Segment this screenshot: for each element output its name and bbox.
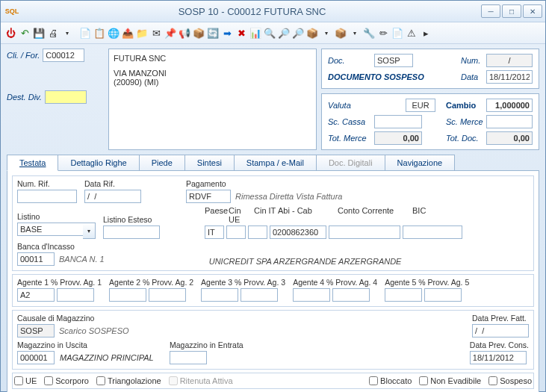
print-icon[interactable]: 🖨 — [46, 26, 60, 40]
globe-icon[interactable]: 🌐 — [107, 26, 120, 40]
package2-icon[interactable]: 📦 — [334, 26, 347, 40]
abicab-field[interactable] — [270, 225, 326, 239]
tab-sintesi[interactable]: Sintesi — [184, 155, 235, 170]
listino-dropdown-icon[interactable]: ▾ — [83, 223, 96, 239]
chart-icon[interactable]: 📊 — [249, 26, 262, 40]
num-rif-field[interactable] — [17, 190, 77, 203]
bic-field[interactable] — [403, 225, 462, 239]
pagamento-field[interactable] — [186, 190, 231, 203]
doc-icon[interactable]: 📄 — [78, 26, 92, 40]
chk-scorporo[interactable]: Scorporo — [44, 376, 89, 385]
refresh-icon[interactable]: 🔄 — [206, 26, 220, 40]
dest-div-label: Dest. Div. — [7, 93, 42, 102]
ag3-pct-field[interactable] — [241, 288, 278, 302]
chk-ue[interactable]: UE — [14, 376, 37, 385]
ag2-field[interactable] — [109, 288, 146, 302]
tab-docdigitali: Doc. Digitali — [316, 155, 385, 170]
minimize-button[interactable]: ─ — [481, 4, 500, 18]
data-prev-cons-label: Data Prev. Cons. — [470, 340, 529, 349]
close-button[interactable]: ✕ — [523, 4, 542, 18]
mag-ent-label: Magazzino in Entrata — [170, 340, 243, 349]
undo-icon[interactable]: ↶ — [18, 26, 31, 40]
package2-dropdown-icon[interactable]: ▾ — [348, 26, 362, 40]
cinue-field[interactable] — [226, 225, 246, 239]
data-prev-fatt-field[interactable] — [472, 324, 529, 337]
valuta-field[interactable] — [406, 99, 435, 112]
delete-icon[interactable]: ✖ — [235, 26, 248, 40]
dest-div-field[interactable] — [45, 90, 87, 104]
ag4-field[interactable] — [293, 288, 330, 302]
tab-content: Num. Rif. Data Rif. Pagamento Rimessa Di… — [7, 171, 539, 392]
data-rif-field[interactable] — [84, 190, 141, 203]
tab-dettaglio[interactable]: Dettaglio Righe — [58, 155, 139, 170]
zoom-out-icon[interactable]: 🔎 — [291, 26, 305, 40]
copy-icon[interactable]: 📋 — [93, 26, 106, 40]
chk-non-evadibile[interactable]: Non Evadibile — [419, 376, 481, 385]
ag2-pct-field[interactable] — [149, 288, 186, 302]
next-icon[interactable]: ▸ — [419, 26, 432, 40]
ag4-pct-field[interactable] — [332, 288, 370, 302]
caus-mag-label: Causale di Magazzino — [17, 314, 129, 323]
tab-testata[interactable]: Testata — [7, 155, 58, 171]
box-icon[interactable]: 📦 — [192, 26, 205, 40]
cinue-label: Cin UE — [229, 206, 254, 224]
package-icon[interactable]: 📦 — [305, 26, 319, 40]
mag-ent-field[interactable] — [170, 351, 207, 364]
tab-navigazione[interactable]: Navigazione — [385, 155, 456, 170]
tot-merce-label: Tot. Merce — [328, 134, 371, 143]
cli-for-field[interactable] — [43, 49, 84, 62]
package-dropdown-icon[interactable]: ▾ — [320, 26, 333, 40]
folder-icon[interactable]: 📁 — [135, 26, 149, 40]
mail-icon[interactable]: ✉ — [149, 26, 163, 40]
data-rif-label: Data Rif. — [84, 179, 141, 188]
bank-detail-text: UNICREDIT SPA ARZERGRANDE ARZERGRANDE — [209, 257, 402, 266]
ag5-pct-field[interactable] — [424, 288, 462, 302]
ag3-field[interactable] — [201, 288, 238, 302]
listino-esteso-label: Listino Esteso — [103, 215, 160, 224]
banca-inc-label: Banca d'Incasso — [17, 242, 105, 251]
print-dropdown-icon[interactable]: ▾ — [61, 26, 74, 40]
zoom-in-icon[interactable]: 🔎 — [277, 26, 291, 40]
sc-merce-field[interactable] — [486, 115, 533, 128]
wrench-icon[interactable]: 🔧 — [362, 26, 376, 40]
data-field[interactable] — [486, 70, 533, 84]
warning-icon[interactable]: ⚠ — [405, 26, 418, 40]
export-icon[interactable]: 📤 — [121, 26, 134, 40]
cinit-field[interactable] — [248, 225, 267, 239]
ag1-field[interactable] — [17, 288, 55, 302]
mag-usc-field[interactable] — [17, 351, 55, 364]
ag2-label: Agente 2 % Provv. Ag. 2 — [109, 278, 193, 287]
tab-stampa[interactable]: Stampa / e-Mail — [234, 155, 317, 170]
cli-for-label: Cli. / For. — [7, 51, 40, 60]
search-icon[interactable]: 🔍 — [263, 26, 276, 40]
conto-corr-field[interactable] — [329, 225, 400, 239]
listino-field[interactable] — [17, 223, 83, 236]
doc-field[interactable] — [374, 54, 413, 67]
paese-label: Paese — [205, 206, 229, 224]
paese-field[interactable] — [205, 225, 224, 239]
save-icon[interactable]: 💾 — [32, 26, 46, 40]
chk-bloccato[interactable]: Bloccato — [369, 376, 412, 385]
edit-icon[interactable]: ✏ — [376, 26, 390, 40]
maximize-button[interactable]: □ — [502, 4, 521, 18]
chk-sospeso[interactable]: Sospeso — [488, 376, 532, 385]
main-toolbar: ⏻ ↶ 💾 🖨 ▾ 📄 📋 🌐 📤 📁 ✉ 📌 📢 📦 🔄 ➡ ✖ 📊 🔍 🔎 … — [1, 22, 545, 44]
listino-esteso-field[interactable] — [103, 225, 160, 239]
num-rif-label: Num. Rif. — [17, 179, 77, 188]
cambio-field[interactable] — [486, 99, 533, 112]
data-prev-cons-field[interactable] — [470, 351, 527, 364]
chk-triangolazione[interactable]: Triangolazione — [96, 376, 161, 385]
arrow-icon[interactable]: ➡ — [220, 26, 234, 40]
ag1-pct-field[interactable] — [57, 288, 94, 302]
ag4-label: Agente 4 % Provv. Ag. 4 — [293, 278, 377, 287]
tab-piede[interactable]: Piede — [139, 155, 185, 170]
page-icon[interactable]: 📄 — [391, 26, 404, 40]
sc-cassa-field[interactable] — [374, 115, 422, 128]
announce-icon[interactable]: 📢 — [178, 26, 191, 40]
power-icon[interactable]: ⏻ — [4, 26, 17, 40]
banca-inc-field[interactable] — [17, 252, 55, 266]
mag-usc-desc — [58, 351, 162, 364]
ag5-field[interactable] — [385, 288, 422, 302]
pin-icon[interactable]: 📌 — [164, 26, 177, 40]
sc-merce-label: Sc. Merce — [446, 117, 483, 126]
